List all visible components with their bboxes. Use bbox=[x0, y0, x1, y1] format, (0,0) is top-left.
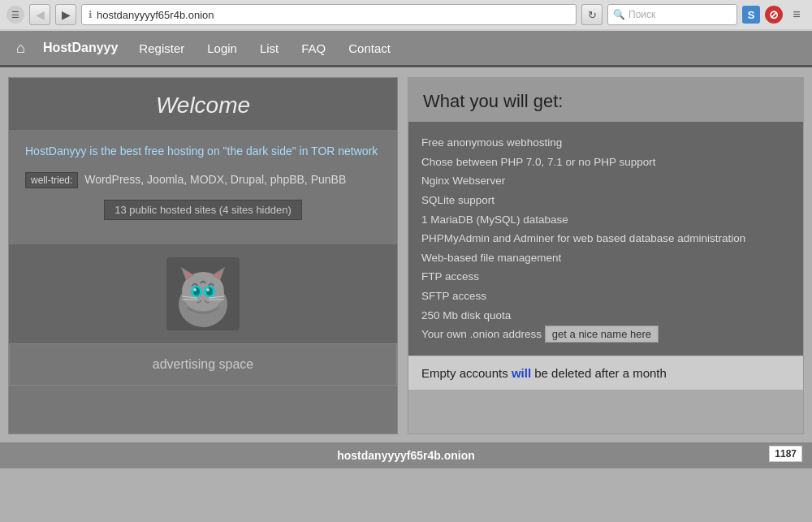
intro-text: HostDanyyy is the best free hosting on "… bbox=[25, 143, 381, 160]
navbar: ⌂ HostDanyyy Register Login List FAQ Con… bbox=[0, 31, 812, 65]
left-panel: Welcome HostDanyyy is the best free host… bbox=[8, 77, 398, 434]
counter-badge: 1187 bbox=[769, 446, 802, 462]
page-footer: hostdanyyyyf65r4b.onion 1187 bbox=[0, 442, 812, 468]
svg-point-11 bbox=[193, 288, 197, 291]
browser-toolbar: ☰ ◀ ▶ ℹ hostdanyyyyf65r4b.onion ↻ 🔍 Поис… bbox=[0, 0, 812, 30]
menu-icon[interactable]: ≡ bbox=[788, 6, 806, 24]
advertising-space: advertising space bbox=[9, 343, 397, 386]
footer-domain: hostdanyyyyf65r4b.onion bbox=[337, 449, 475, 462]
nav-register[interactable]: Register bbox=[127, 33, 196, 63]
forward-button[interactable]: ▶ bbox=[55, 4, 76, 25]
onion-link-button[interactable]: get a nice name here bbox=[545, 326, 659, 343]
hosted-sites-button[interactable]: 13 public hosted sites (4 sites hidden) bbox=[104, 200, 302, 220]
svg-point-12 bbox=[206, 288, 209, 291]
browser-app-menu[interactable]: ☰ bbox=[6, 6, 24, 24]
feature-5: 1 MariaDB (MySQL) database bbox=[421, 210, 790, 230]
right-panel: What you will get: Free anonymous webhos… bbox=[408, 77, 804, 434]
feature-6: PHPMyAdmin and Adminer for web based dat… bbox=[421, 229, 790, 248]
empty-accounts-notice: Empty accounts will be deleted after a m… bbox=[408, 356, 803, 390]
home-icon: ⌂ bbox=[16, 40, 25, 57]
refresh-button[interactable]: ↻ bbox=[581, 4, 603, 25]
brand-link[interactable]: HostDanyyy bbox=[33, 41, 127, 55]
onion-address-label: Your own .onion address bbox=[421, 328, 545, 340]
welcome-heading: Welcome bbox=[9, 78, 397, 130]
cat-image-container bbox=[9, 244, 397, 343]
sync-icon[interactable]: S bbox=[742, 6, 760, 24]
feature-8: FTP access bbox=[421, 267, 790, 287]
notice-highlight: will bbox=[512, 366, 531, 380]
feature-3: Nginx Webserver bbox=[421, 171, 790, 191]
notice-text-2: be deleted after a month bbox=[531, 366, 667, 380]
well-tried-apps: WordPress, Joomla, MODX, Drupal, phpBB, … bbox=[84, 171, 346, 188]
url-text: hostdanyyyyf65r4b.onion bbox=[97, 9, 214, 21]
search-placeholder: Поиск bbox=[628, 9, 655, 20]
feature-7: Web-based file management bbox=[421, 248, 790, 268]
what-you-get-header: What you will get: bbox=[408, 78, 803, 122]
feature-1: Free anonymous webhosting bbox=[421, 133, 790, 153]
page-content: Welcome HostDanyyy is the best free host… bbox=[0, 67, 812, 442]
well-tried-row: well-tried: WordPress, Joomla, MODX, Dru… bbox=[25, 171, 381, 188]
nav-faq[interactable]: FAQ bbox=[290, 33, 337, 63]
back-button[interactable]: ◀ bbox=[29, 4, 50, 25]
nav-login[interactable]: Login bbox=[196, 33, 248, 63]
nav-list[interactable]: List bbox=[248, 33, 290, 63]
info-icon: ℹ bbox=[89, 9, 93, 20]
stop-icon[interactable]: ⊘ bbox=[765, 6, 783, 24]
well-tried-badge: well-tried: bbox=[25, 172, 78, 188]
advertising-text: advertising space bbox=[153, 357, 254, 371]
feature-2: Chose between PHP 7.0, 7.1 or no PHP sup… bbox=[421, 153, 790, 172]
feature-4: SQLite support bbox=[421, 191, 790, 210]
browser-chrome: ☰ ◀ ▶ ℹ hostdanyyyyf65r4b.onion ↻ 🔍 Поис… bbox=[0, 0, 812, 31]
url-bar[interactable]: ℹ hostdanyyyyf65r4b.onion bbox=[81, 4, 577, 25]
search-icon: 🔍 bbox=[613, 9, 625, 20]
notice-text-1: Empty accounts bbox=[421, 366, 512, 380]
feature-10: 250 Mb disk quota bbox=[421, 306, 790, 326]
nav-contact[interactable]: Contact bbox=[337, 33, 402, 63]
cat-image bbox=[166, 257, 240, 330]
search-bar[interactable]: 🔍 Поиск bbox=[607, 4, 737, 25]
left-content: HostDanyyy is the best free hosting on "… bbox=[9, 130, 397, 244]
features-list: Free anonymous webhosting Chose between … bbox=[408, 122, 803, 356]
home-nav-button[interactable]: ⌂ bbox=[8, 40, 33, 57]
feature-9: SFTP access bbox=[421, 287, 790, 306]
feature-11: Your own .onion address get a nice name … bbox=[421, 325, 790, 344]
